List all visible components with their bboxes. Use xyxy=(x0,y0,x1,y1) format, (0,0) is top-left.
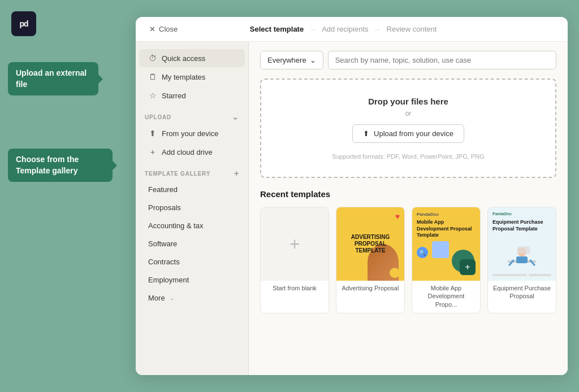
steps-indicator: Select template → Add recipients → Revie… xyxy=(250,25,437,33)
search-area: Everywhere ⌄ xyxy=(260,51,556,69)
sidebar-item-accounting[interactable]: Accounting & tax xyxy=(139,217,245,234)
recent-templates-title: Recent templates xyxy=(260,189,556,199)
sidebar-item-quick-access[interactable]: ⏱ Quick access xyxy=(139,49,245,67)
sidebar-item-from-device[interactable]: ⬆ From your device xyxy=(139,124,245,142)
modal-dialog: ✕ Close Select template → Add recipients… xyxy=(136,17,568,375)
template-thumb-ad: ADVERTISINGPROPOSALTEMPLATE ♥ xyxy=(336,207,404,281)
modal-header: ✕ Close Select template → Add recipients… xyxy=(136,17,568,42)
sidebar: ⏱ Quick access 🗒 My templates ☆ Starred … xyxy=(136,42,249,375)
close-button[interactable]: ✕ Close xyxy=(149,25,178,33)
template-label-ad: Advertising Proposal xyxy=(336,281,404,297)
upload-section-header: UPLOAD ⌄ xyxy=(136,107,248,124)
step-1-label: Select template xyxy=(250,25,304,33)
svg-rect-2 xyxy=(516,256,528,263)
drop-zone: Drop your files here or ⬆ Upload from yo… xyxy=(260,79,556,178)
svg-rect-5 xyxy=(517,246,530,254)
drop-zone-title: Drop your files here xyxy=(273,97,544,106)
sidebar-item-my-templates[interactable]: 🗒 My templates xyxy=(139,68,245,86)
template-label-mobile: Mobile App Development Propo... xyxy=(412,281,480,313)
tooltip-template-gallery: Choose from the Template gallery xyxy=(8,149,113,182)
step-3-label: Review content xyxy=(387,25,437,33)
sidebar-item-add-cloud[interactable]: + Add cloud drive xyxy=(139,143,245,161)
app-logo: pd xyxy=(11,11,36,36)
template-card-blank[interactable]: + Start from blank xyxy=(260,207,329,313)
sidebar-item-featured[interactable]: Featured xyxy=(139,181,245,198)
chevron-down-icon: ⌄ xyxy=(310,56,316,64)
step-2-label: Add recipients xyxy=(322,25,368,33)
template-gallery-section-header: TEMPLATE GALLERY + xyxy=(136,163,248,180)
upload-icon: ⬆ xyxy=(148,129,157,138)
sidebar-item-employment[interactable]: Employment xyxy=(139,271,245,289)
templates-grid: + Start from blank ADVERTISINGPROPOSALTE… xyxy=(260,207,556,313)
template-label-blank: Start from blank xyxy=(261,281,329,297)
step-arrow-2: → xyxy=(374,25,381,33)
upload-icon: ⬆ xyxy=(363,129,369,138)
sidebar-item-proposals[interactable]: Proposals xyxy=(139,199,245,216)
clock-icon: ⏱ xyxy=(148,54,157,63)
document-icon: 🗒 xyxy=(148,72,157,81)
sidebar-item-more[interactable]: More ⌄ xyxy=(139,289,245,307)
template-label-equipment: Equipment Purchase Proposal xyxy=(488,281,556,305)
template-gallery-add-icon[interactable]: + xyxy=(234,169,239,178)
upload-from-device-button[interactable]: ⬆ Upload from your device xyxy=(352,124,464,143)
main-content: Everywhere ⌄ Drop your files here or ⬆ U… xyxy=(249,42,568,375)
template-card-equipment[interactable]: PandaDoc Equipment Purchase Proposal Tem… xyxy=(487,207,556,313)
template-card-mobile-app[interactable]: PandaDoc Mobile App Development Proposal… xyxy=(412,207,481,313)
person-at-desk-svg xyxy=(505,243,539,272)
upload-expand-icon[interactable]: ⌄ xyxy=(232,112,239,121)
sidebar-item-contracts[interactable]: Contracts xyxy=(139,253,245,271)
mobile-search-icon: 🔍 xyxy=(417,247,428,258)
mobile-plus-button: + xyxy=(460,259,476,275)
star-icon: ☆ xyxy=(148,91,157,100)
search-input[interactable] xyxy=(328,51,556,69)
template-thumb-equipment: PandaDoc Equipment Purchase Proposal Tem… xyxy=(488,207,556,281)
modal-body: ⏱ Quick access 🗒 My templates ☆ Starred … xyxy=(136,42,568,375)
plus-icon: + xyxy=(290,234,300,255)
everywhere-dropdown[interactable]: Everywhere ⌄ xyxy=(260,51,323,69)
sidebar-item-starred[interactable]: ☆ Starred xyxy=(139,86,245,104)
template-card-ad-proposal[interactable]: ADVERTISINGPROPOSALTEMPLATE ♥ Advertisin… xyxy=(336,207,405,313)
chevron-down-icon: ⌄ xyxy=(170,295,174,301)
heart-icon: ♥ xyxy=(395,212,400,221)
plus-icon: + xyxy=(148,147,157,156)
supported-formats: Supported formats: PDF, Word, PowerPoint… xyxy=(273,153,544,160)
template-thumb-mobile: PandaDoc Mobile App Development Proposal… xyxy=(412,207,480,281)
template-thumb-blank: + xyxy=(261,207,329,281)
close-icon: ✕ xyxy=(149,25,155,33)
sidebar-item-software[interactable]: Software xyxy=(139,235,245,252)
tooltip-upload: Upload an external file xyxy=(8,62,98,95)
drop-zone-or: or xyxy=(273,110,544,117)
step-arrow-1: → xyxy=(309,25,316,33)
